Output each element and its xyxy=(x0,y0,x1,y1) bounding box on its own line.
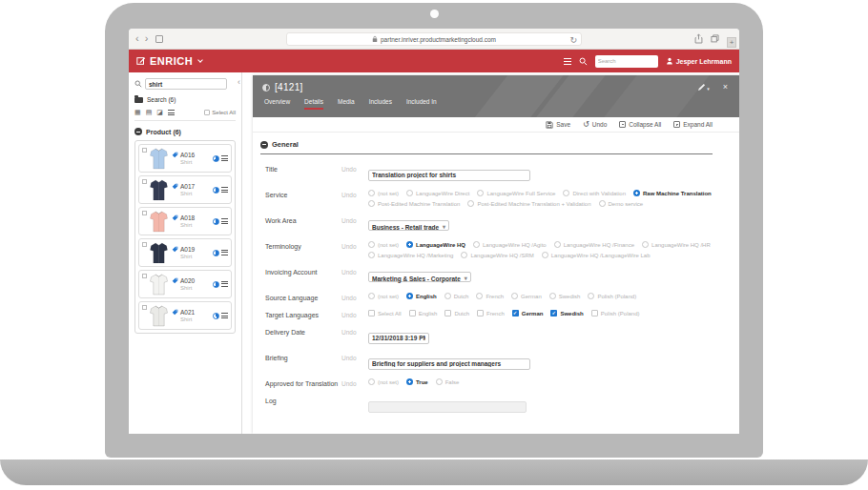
item-menu-icon[interactable] xyxy=(221,250,228,255)
sidebar-toggle-icon[interactable] xyxy=(155,35,163,43)
radio-option[interactable]: Dutch xyxy=(444,293,469,299)
tab-included-in[interactable]: Included In xyxy=(406,98,437,110)
radio-option[interactable]: False xyxy=(436,378,460,385)
radio-option[interactable]: LanguageWire Full Service xyxy=(477,190,555,196)
radio-option[interactable]: LanguageWire HQ /LanguageWire Lab xyxy=(542,252,651,258)
radio-option[interactable]: (not set) xyxy=(368,241,399,248)
search-icon[interactable] xyxy=(579,57,588,66)
radio-option[interactable]: Post-Edited Machine Translation xyxy=(368,200,460,207)
undo-link[interactable]: Undo xyxy=(341,353,368,361)
product-section-header[interactable]: Product (6) xyxy=(134,128,236,135)
work-area-select[interactable]: Business - Retail trade▾ xyxy=(368,220,449,232)
radio-option[interactable]: LanguageWire HQ /HR xyxy=(642,241,711,248)
radio-option[interactable]: LanguageWire HQ /Agito xyxy=(473,241,547,248)
radio-option-selected[interactable]: True xyxy=(406,378,428,385)
new-tab-icon[interactable]: + xyxy=(727,37,736,48)
radio-option[interactable]: French xyxy=(476,293,504,299)
collapse-circle-icon[interactable] xyxy=(134,128,142,135)
item-menu-icon[interactable] xyxy=(221,281,228,287)
radio-option[interactable]: Post-Edited Machine Translation + Valida… xyxy=(467,200,590,207)
search-result-label[interactable]: Search (6) xyxy=(147,96,176,103)
undo-link[interactable]: Undo xyxy=(341,378,368,387)
checkbox-option-checked[interactable]: Swedish xyxy=(550,310,583,316)
undo-link[interactable]: Undo xyxy=(341,310,368,318)
radio-option[interactable]: LanguageWire HQ /Finance xyxy=(554,241,634,248)
briefing-input[interactable] xyxy=(368,358,530,370)
invoicing-account-select[interactable]: Marketing & Sales - Corporate▾ xyxy=(368,272,471,283)
radio-option[interactable]: Swedish xyxy=(549,293,581,299)
radio-option[interactable]: Direct with Validation xyxy=(563,190,626,196)
save-button[interactable]: Save xyxy=(546,121,570,129)
edit-button[interactable]: ▾ xyxy=(697,83,710,92)
forward-icon[interactable]: › xyxy=(145,33,149,44)
close-icon[interactable]: × xyxy=(723,83,728,92)
list-item[interactable]: A016 Shirt xyxy=(138,144,232,173)
radio-option-selected[interactable]: Raw Machine Translation xyxy=(633,190,712,196)
product-checkbox[interactable] xyxy=(142,179,147,184)
checkbox-option[interactable]: English xyxy=(409,310,438,316)
checkbox-option-checked[interactable]: German xyxy=(512,310,544,316)
select-all-control[interactable]: Select All xyxy=(204,110,236,115)
item-menu-icon[interactable] xyxy=(221,218,228,224)
radio-option[interactable]: (not set) xyxy=(368,293,399,299)
radio-option-selected[interactable]: English xyxy=(406,293,437,299)
tab-details[interactable]: Details xyxy=(304,98,323,110)
list-item[interactable]: A017 Shirt xyxy=(138,175,232,204)
tab-overview[interactable]: Overview xyxy=(264,98,290,110)
radio-option[interactable]: Polish (Poland) xyxy=(588,293,636,299)
list-view-icon[interactable] xyxy=(168,110,175,115)
tab-includes[interactable]: Includes xyxy=(369,98,392,110)
undo-link[interactable]: Undo xyxy=(341,164,368,173)
address-bar[interactable]: partner.inriver.productmarketingcloud.co… xyxy=(286,32,582,46)
checkbox-option[interactable]: French xyxy=(477,310,505,316)
delivery-date-input[interactable] xyxy=(368,333,429,344)
collapse-circle-icon[interactable] xyxy=(260,141,268,149)
title-input[interactable] xyxy=(368,170,530,181)
list-item[interactable]: A021 Shirt xyxy=(138,301,232,330)
table-view-icon[interactable]: ▤ xyxy=(146,109,153,115)
undo-link[interactable]: Undo xyxy=(341,293,368,301)
menu-icon[interactable] xyxy=(564,58,571,65)
radio-option[interactable]: (not set) xyxy=(368,378,399,385)
list-item[interactable]: A018 Shirt xyxy=(138,207,232,235)
radio-option[interactable]: LanguageWire HQ /Marketing xyxy=(368,252,453,258)
global-search-input[interactable] xyxy=(595,55,658,68)
item-menu-icon[interactable] xyxy=(221,187,228,193)
undo-button[interactable]: ↺ Undo xyxy=(583,121,607,129)
select-all-checkbox[interactable] xyxy=(204,110,210,115)
folder-icon[interactable] xyxy=(134,97,143,103)
refresh-icon[interactable]: ↻ xyxy=(569,35,577,46)
item-menu-icon[interactable] xyxy=(221,313,228,318)
product-checkbox[interactable] xyxy=(142,305,147,310)
undo-link[interactable]: Undo xyxy=(341,327,368,336)
undo-link[interactable]: Undo xyxy=(341,215,368,224)
product-checkbox[interactable] xyxy=(142,274,147,278)
tab-media[interactable]: Media xyxy=(338,98,355,110)
product-checkbox[interactable] xyxy=(142,211,147,215)
radio-option[interactable]: LanguageWire HQ /SRM xyxy=(461,252,533,258)
expand-all-button[interactable]: Expand All xyxy=(673,121,713,128)
checkbox-option[interactable]: Select All xyxy=(368,310,402,316)
share-icon[interactable] xyxy=(694,33,703,44)
grid-view-icon[interactable]: ▦ xyxy=(134,109,141,115)
undo-link[interactable]: Undo xyxy=(341,190,368,198)
radio-option[interactable]: (not set) xyxy=(368,190,399,196)
radio-option[interactable]: Demo service xyxy=(599,200,644,207)
section-header-general[interactable]: General xyxy=(260,140,713,154)
product-checkbox[interactable] xyxy=(142,148,147,153)
sidebar-search-input[interactable] xyxy=(145,78,227,90)
checkbox-option[interactable]: Polish (Poland) xyxy=(591,310,640,316)
tabs-icon[interactable] xyxy=(711,34,719,43)
app-logo[interactable]: ENRICH xyxy=(136,55,202,67)
radio-option[interactable]: LanguageWire Direct xyxy=(406,190,469,196)
checkbox-option[interactable]: Dutch xyxy=(444,310,469,316)
item-menu-icon[interactable] xyxy=(221,155,228,161)
eraser-icon[interactable]: ◪ xyxy=(156,109,163,115)
undo-link[interactable]: Undo xyxy=(341,241,368,250)
radio-option[interactable]: German xyxy=(511,293,542,299)
list-item[interactable]: A020 Shirt xyxy=(138,270,232,298)
back-icon[interactable]: ‹ xyxy=(135,33,139,44)
collapse-all-button[interactable]: Collapse All xyxy=(619,121,661,128)
product-checkbox[interactable] xyxy=(142,242,147,247)
sidebar-collapse-icon[interactable]: ‹ xyxy=(238,78,240,87)
